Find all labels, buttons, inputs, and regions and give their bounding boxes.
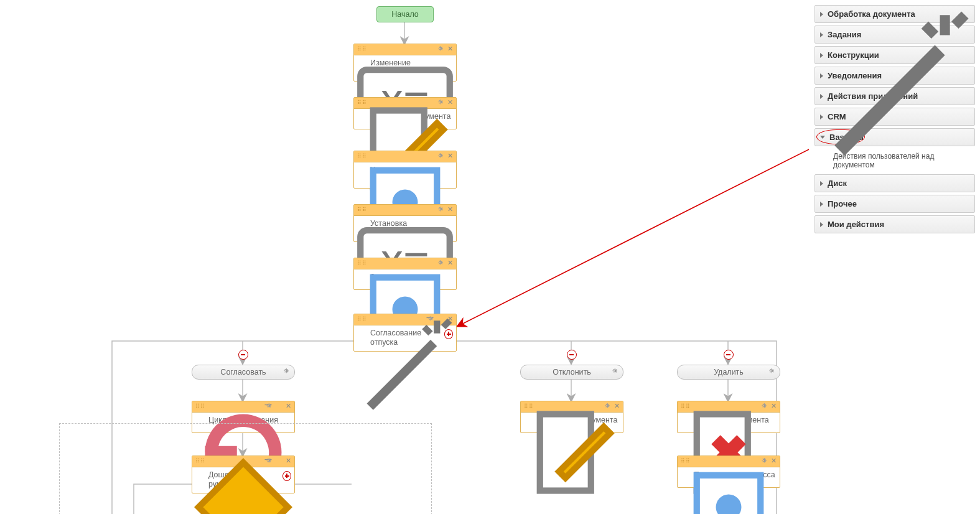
workflow-canvas[interactable]: Начало ⠿⠿ ✕ x= Изменение переменных ⠿⠿ ✕…	[0, 0, 809, 514]
remove-branch-icon[interactable]	[238, 350, 248, 360]
node-vacation-approval[interactable]: ⠿⠿ — ✕ Согласование отпуска	[353, 314, 457, 352]
remove-branch-icon[interactable]	[724, 350, 734, 360]
node-change-doc-reject[interactable]: ⠿⠿ ✕ Изменение документа	[520, 401, 623, 433]
palette-item-other[interactable]: Прочее	[814, 195, 975, 213]
palette-item-my-actions[interactable]: Мои действия	[814, 215, 975, 233]
branch-reject[interactable]: Отклонить	[520, 365, 623, 380]
palette-item-disk[interactable]: Диск	[814, 174, 975, 192]
delete-doc-icon	[681, 415, 691, 425]
gear-icon[interactable]	[767, 367, 776, 376]
gear-icon[interactable]	[610, 367, 619, 376]
node-change-doc[interactable]: ⠿⠿ ✕ Изменение документа	[353, 97, 457, 129]
node-abort-process[interactable]: ⠿⠿ ✕ Прерывание процесса	[677, 456, 780, 488]
node-reached-management[interactable]: ⠿⠿ — ✕ Дошли до руководства	[192, 456, 295, 493]
edit-doc-icon	[524, 415, 534, 425]
stop-icon	[681, 470, 691, 480]
edit-doc-icon	[357, 111, 367, 121]
node-log-report[interactable]: ⠿⠿ ✕ Запись в отчет	[353, 258, 457, 290]
node-set-rights[interactable]: ⠿⠿ ✕ Установка прав: автору	[353, 151, 457, 189]
palette-label: Мои действия	[828, 220, 884, 229]
chevron-right-icon	[820, 222, 823, 227]
gear-icon[interactable]	[282, 367, 291, 376]
log-icon	[357, 272, 367, 282]
branch-label: Отклонить	[553, 368, 591, 376]
chevron-right-icon	[820, 181, 823, 186]
rights-icon	[357, 165, 367, 175]
palette-label: Диск	[828, 179, 847, 188]
branch-delete[interactable]: Удалить	[677, 365, 780, 380]
palette-label: Прочее	[828, 199, 857, 208]
annotation-arrow	[458, 147, 809, 326]
add-icon[interactable]	[444, 329, 453, 339]
variable-icon: x=	[357, 58, 367, 68]
start-label: Начало	[391, 10, 419, 19]
wand-icon	[357, 328, 367, 338]
action-palette: Обработка документа Задания Конструкции …	[814, 5, 975, 236]
branch-label: Удалить	[714, 368, 744, 376]
variable-icon: x=	[357, 218, 367, 228]
branch-label: Согласовать	[220, 368, 266, 376]
wand-icon	[818, 152, 829, 163]
chevron-right-icon	[820, 202, 823, 207]
remove-branch-icon[interactable]	[567, 350, 577, 360]
node-change-vars[interactable]: ⠿⠿ ✕ x= Изменение переменных	[353, 44, 457, 82]
add-icon[interactable]	[282, 471, 291, 481]
palette-sub-user-doc-actions[interactable]: Действия пользователей над документом	[814, 149, 975, 174]
branch-approve[interactable]: Согласовать	[192, 365, 295, 380]
start-node[interactable]: Начало	[376, 6, 434, 22]
node-delete-doc[interactable]: ⠿⠿ ✕ Удаление документа	[677, 401, 780, 433]
node-set-approver[interactable]: ⠿⠿ ✕ x= Установка утверждающего	[353, 204, 457, 242]
condition-icon	[195, 470, 205, 480]
